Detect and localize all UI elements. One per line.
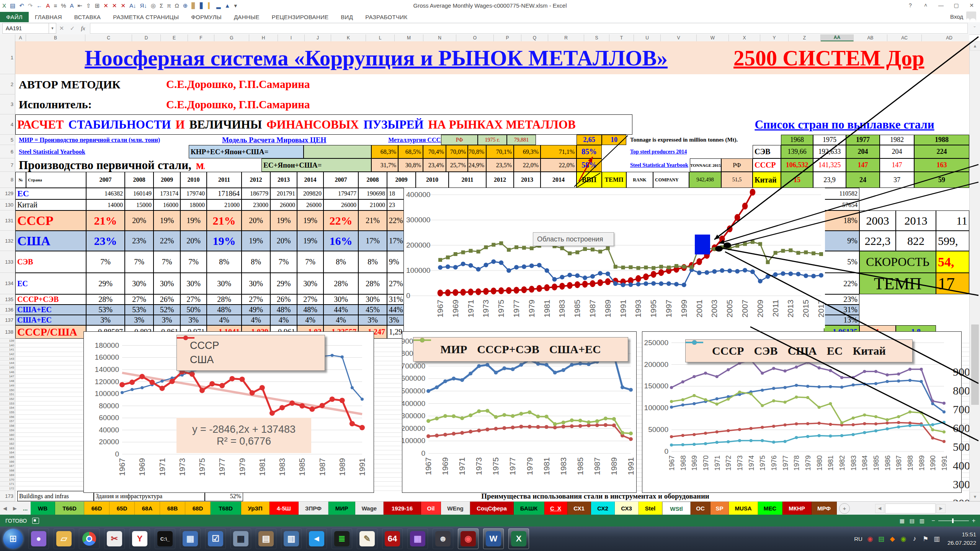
sheet-tab-4-5Ш[interactable]: 4-5Ш (270, 502, 299, 515)
chart-tri-icon[interactable]: ▲ (225, 3, 230, 8)
shift-left-icon[interactable]: ⇤ (78, 3, 83, 8)
vscode-icon[interactable]: ◄ (306, 528, 327, 549)
zoom-in-button[interactable]: + (972, 517, 975, 524)
cell[interactable]: 7% (297, 251, 323, 273)
cell[interactable]: 20% (270, 231, 297, 251)
cell[interactable]: Модель Расчета Мировых ЦЕН (220, 135, 354, 145)
cell[interactable]: 20% (242, 210, 270, 231)
cell[interactable]: 20% (180, 231, 207, 251)
sheet-tab-MUSA[interactable]: MUSA (729, 502, 758, 515)
recorder-icon[interactable]: ◉ (458, 528, 479, 549)
ribbon-tab-рецензирование[interactable]: РЕЦЕНЗИРОВАНИЕ (266, 12, 335, 22)
cell[interactable]: 25,7% (446, 158, 468, 172)
cpu-chip-icon[interactable]: ▦ (407, 528, 428, 549)
cell[interactable]: АВТОР МЕТОДИК (17, 74, 165, 95)
cell[interactable]: Buildings and infras (17, 491, 94, 501)
cell[interactable]: 2013 (896, 210, 936, 231)
cell[interactable]: 3% (86, 315, 125, 325)
sheet-tab-МЕС[interactable]: МЕС (758, 502, 782, 515)
chrome-icon[interactable] (79, 528, 100, 549)
ninja-icon[interactable]: ☻ (433, 528, 453, 549)
cell[interactable]: Производство первичной стали,млн.т (17, 158, 205, 172)
column-header-Z[interactable]: Z (789, 34, 821, 41)
cell[interactable]: 29% (86, 273, 125, 294)
ribbon-tab-разработчик[interactable]: РАЗРАБОТЧИК (359, 12, 413, 22)
column-header-K[interactable]: K (331, 34, 366, 41)
cell[interactable]: 204 (880, 145, 914, 158)
cell[interactable]: 1975 (813, 135, 846, 145)
cell[interactable]: Металлургия СССР (383, 135, 450, 145)
column-header-AC[interactable]: AC (887, 34, 922, 41)
word-icon[interactable]: W (483, 528, 504, 549)
row-header-130[interactable]: 130 (0, 199, 15, 210)
column-header-E[interactable]: E (161, 34, 188, 41)
cell[interactable]: 68,5% (398, 145, 423, 158)
cell[interactable]: 4% (323, 315, 358, 325)
sheet-tab-СХ3[interactable]: СХ3 (615, 502, 639, 515)
sheet-tab-СХ1[interactable]: СХ1 (567, 502, 591, 515)
help-button[interactable]: ? (903, 0, 918, 11)
task-check-icon[interactable]: ☑ (205, 528, 226, 549)
cell[interactable]: США+ЕС (15, 315, 86, 325)
cell[interactable]: 2,65 (577, 135, 602, 145)
chart-3[interactable]: 0500001000001500002000002500001967196819… (642, 331, 962, 493)
row-header-132[interactable]: 132 (0, 231, 15, 251)
notepad-icon[interactable]: ✎ (357, 528, 377, 549)
row-header-151[interactable]: 151 (0, 392, 15, 397)
cell[interactable]: 17% (387, 231, 404, 251)
cell[interactable]: 13% (824, 315, 859, 325)
cell[interactable]: 2011 (207, 172, 242, 188)
column-header-AB[interactable]: AB (854, 34, 887, 41)
sheet-tab-ЗПРФ[interactable]: ЗПРФ (299, 502, 328, 515)
row-header-166[interactable]: 166 (0, 460, 15, 464)
cell[interactable]: 79,881 (507, 135, 536, 145)
chart-1[interactable]: 0200004000060000800001000001200001400001… (83, 331, 374, 493)
row-header-140[interactable]: 140 (0, 343, 15, 348)
tray-speaker-icon[interactable]: ♪ (910, 535, 919, 543)
row-header-170[interactable]: 170 (0, 478, 15, 482)
column-header-N[interactable]: N (423, 34, 456, 41)
cell[interactable]: 4% (207, 315, 242, 325)
tabs-scroll-left[interactable]: ◀ (0, 502, 10, 515)
cell[interactable]: 147 (846, 158, 880, 172)
sheet-tab-T66D[interactable]: T66D (55, 502, 84, 515)
cell[interactable]: 186779 (242, 188, 270, 199)
ribbon-tab-формулы[interactable]: ФОРМУЛЫ (185, 12, 228, 22)
cell[interactable]: 19% (242, 231, 270, 251)
cell[interactable]: 17% (358, 231, 387, 251)
cell[interactable]: 8% (242, 251, 270, 273)
column-header-W[interactable]: W (697, 34, 729, 41)
chart-2[interactable]: 0100000200000300000400000500000600000700… (402, 331, 637, 493)
cell[interactable]: 21000 (358, 199, 387, 210)
snipping-icon[interactable]: ✂ (104, 528, 125, 549)
hscroll-right[interactable]: ▶ (936, 504, 946, 513)
row-header-141[interactable]: 141 (0, 347, 15, 352)
cell[interactable]: 1968 (781, 135, 813, 145)
cell[interactable]: 48% (207, 305, 242, 315)
cell[interactable]: 15 (781, 172, 813, 188)
row-header-3[interactable]: 3 (0, 95, 15, 114)
cell[interactable]: 69,3% (514, 145, 541, 158)
column-header-G[interactable]: G (214, 34, 249, 41)
cell[interactable]: 192,633 (813, 145, 846, 158)
cell[interactable]: 16000 (154, 199, 180, 210)
cell[interactable]: 26000 (270, 199, 297, 210)
cell[interactable]: 30% (323, 294, 358, 305)
cell[interactable]: 30% (207, 273, 242, 294)
cell[interactable]: 2009 (154, 172, 180, 188)
cell[interactable]: 29% (270, 273, 297, 294)
sheet-tab-66D[interactable]: 66D (84, 502, 109, 515)
cell[interactable]: 26000 (297, 199, 323, 210)
row-header-158[interactable]: 158 (0, 424, 15, 428)
row-header-143[interactable]: 143 (0, 357, 15, 361)
row-header-171[interactable]: 171 (0, 482, 15, 486)
tray-flag-icon[interactable]: ⚑ (921, 535, 930, 543)
cell[interactable]: 2007 (323, 172, 358, 188)
row-header-129[interactable]: 129 (0, 188, 15, 199)
cell[interactable]: 2007 (86, 172, 125, 188)
cell[interactable]: 24,9% (468, 158, 486, 172)
cell[interactable]: 57654 (824, 199, 859, 210)
find-icon[interactable]: ◎ (151, 3, 156, 8)
row-header-134[interactable]: 134 (0, 273, 15, 294)
insert-function-button[interactable]: fx (78, 25, 88, 32)
